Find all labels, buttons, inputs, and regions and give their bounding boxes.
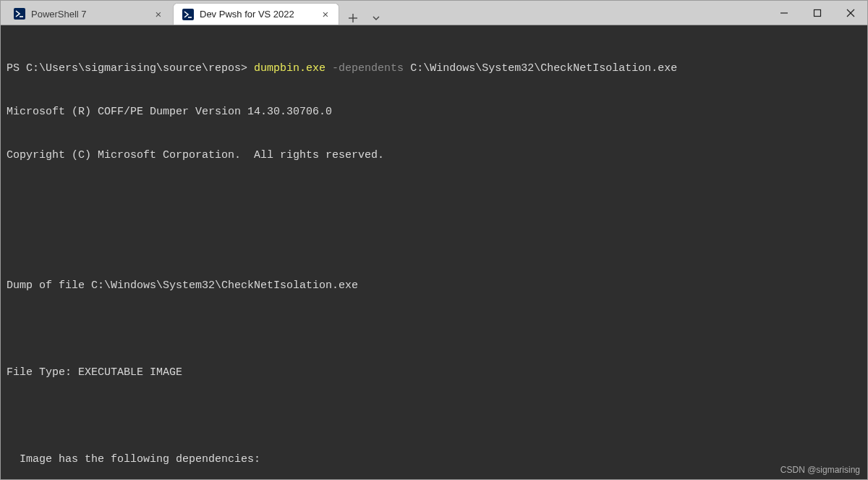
close-button[interactable]	[834, 1, 867, 25]
new-tab-button[interactable]	[346, 12, 359, 25]
powershell-icon	[14, 8, 25, 20]
minimize-button[interactable]	[767, 1, 801, 25]
command-arg: C:\Windows\System32\CheckNetIsolation.ex…	[410, 62, 677, 75]
terminal-pane[interactable]: PS C:\Users\sigmarising\source\repos> du…	[1, 25, 867, 480]
tab-close-button[interactable]: ×	[320, 9, 331, 20]
tab-label: Dev Pwsh for VS 2022	[200, 9, 314, 20]
blank-line	[7, 322, 861, 337]
command-flag: -dependents	[332, 62, 404, 75]
command-line: PS C:\Users\sigmarising\source\repos> du…	[7, 62, 861, 76]
output-line: Copyright (C) Microsoft Corporation. All…	[7, 148, 861, 163]
powershell-icon	[182, 9, 194, 20]
window-controls	[767, 1, 867, 25]
prompt: PS C:\Users\sigmarising\source\repos>	[7, 62, 254, 75]
tab-powershell-7[interactable]: PowerShell 7 ×	[5, 3, 171, 25]
svg-rect-7	[814, 9, 821, 16]
tab-close-button[interactable]: ×	[153, 8, 164, 20]
tab-strip: PowerShell 7 × Dev Pwsh for VS 2022 ×	[1, 1, 383, 25]
deps-heading: Image has the following dependencies:	[7, 452, 861, 467]
watermark: CSDN @sigmarising	[780, 465, 860, 475]
titlebar: PowerShell 7 × Dev Pwsh for VS 2022 ×	[1, 1, 867, 25]
blank-line	[7, 192, 861, 206]
blank-line	[7, 235, 861, 250]
output-line: Microsoft (R) COFF/PE Dumper Version 14.…	[7, 105, 861, 119]
tab-dropdown-button[interactable]	[370, 12, 383, 25]
dump-of-file-line: Dump of file C:\Windows\System32\CheckNe…	[7, 279, 861, 293]
file-type-line: File Type: EXECUTABLE IMAGE	[7, 366, 861, 380]
tab-dev-pwsh-vs2022[interactable]: Dev Pwsh for VS 2022 ×	[173, 3, 339, 25]
blank-line	[7, 409, 861, 424]
maximize-button[interactable]	[801, 1, 834, 25]
tab-label: PowerShell 7	[31, 9, 147, 20]
new-tab-area	[341, 12, 383, 25]
command-exe: dumpbin.exe	[254, 62, 326, 75]
